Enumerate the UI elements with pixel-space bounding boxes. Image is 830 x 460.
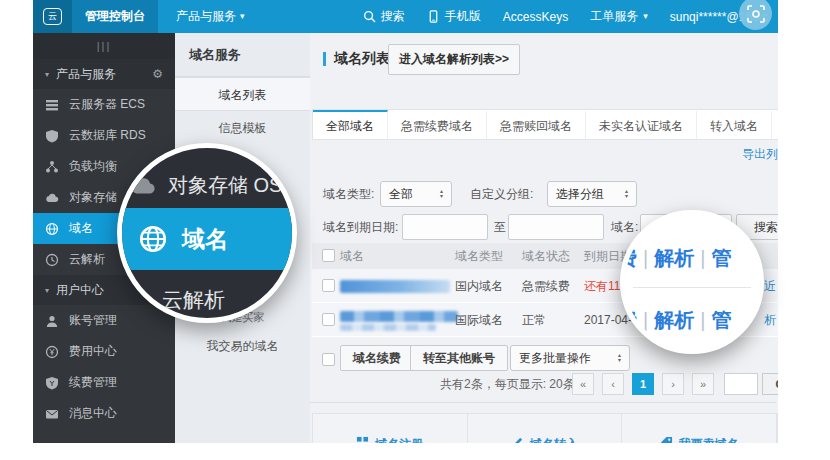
pagination-summary: 共有2条，每页显示: 20条	[440, 376, 575, 393]
pagination-page-input[interactable]	[724, 373, 758, 395]
load-balancer-nodes-icon	[45, 160, 59, 174]
nav-accesskeys[interactable]: AccessKeys	[503, 10, 568, 24]
globe-icon	[45, 222, 59, 236]
sidebar-item-rds[interactable]: 云数据库 RDS	[33, 120, 175, 151]
export-list-link[interactable]: 导出列表	[742, 146, 778, 163]
expiry-start-input[interactable]	[402, 214, 488, 240]
row-checkbox[interactable]	[322, 279, 335, 292]
register-grid-icon	[356, 436, 369, 443]
sidebar-item-renewal[interactable]: 续费管理	[33, 367, 175, 398]
custom-group-value: 选择分组	[556, 186, 604, 203]
sidebar-item-label: 续费管理	[69, 374, 117, 391]
sidebar-item-label: 云服务器 ECS	[69, 96, 145, 113]
pagination-page-1[interactable]: 1	[632, 373, 654, 395]
nav-tickets-menu[interactable]: 工单服务 ▾	[590, 8, 648, 25]
batch-renew-button[interactable]: 域名续费	[340, 345, 414, 371]
sidebar-collapse-handle[interactable]: |||	[33, 33, 175, 59]
col-header-type: 域名类型	[455, 243, 503, 269]
divider	[633, 287, 751, 288]
magnified-action-links-row1[interactable]: 费|解析|管	[620, 245, 764, 272]
globe-icon	[138, 224, 168, 254]
subsidebar-item-my-traded-domains[interactable]: 我交易的域名	[175, 329, 310, 363]
sidebar-item-ecs[interactable]: 云服务器 ECS	[33, 89, 175, 120]
magnified-action-links-row2[interactable]: 费|解析|管	[620, 307, 764, 334]
divider	[310, 402, 776, 403]
custom-group-select[interactable]: 选择分组 ▴▾	[547, 181, 637, 207]
footer-link-register-domain[interactable]: 域名注册	[313, 414, 468, 443]
chevron-down-icon: ▾	[45, 286, 49, 295]
magnifier-lens-actions: 费|解析|管 费|解析|管	[620, 210, 764, 354]
batch-transfer-button[interactable]: 转至其他账号	[410, 345, 508, 371]
nav-search[interactable]: 搜索	[363, 8, 405, 25]
server-list-icon	[45, 98, 59, 112]
expiry-end-input[interactable]	[508, 214, 604, 240]
magnified-item-domain[interactable]: 域名	[117, 208, 297, 270]
sidebar-item-label: 费用中心	[69, 343, 117, 360]
pagination-first-button[interactable]: «	[572, 373, 594, 395]
tab-transfer-in[interactable]: 转入域名	[697, 110, 772, 139]
sidebar-item-billing[interactable]: 费用中心	[33, 336, 175, 367]
batch-more-select[interactable]: 更多批量操作 ▴▾	[510, 345, 630, 371]
nav-products-menu[interactable]: 产品与服务 ▾	[158, 0, 263, 33]
nav-products-label: 产品与服务	[176, 8, 236, 25]
pencil-icon	[511, 436, 524, 443]
sidebar-section-products[interactable]: ▾ 产品与服务 ⚙	[33, 59, 175, 89]
subsidebar-item-info-template[interactable]: 信息模板	[175, 111, 310, 145]
magnified-item-dns: 云解析	[162, 286, 225, 314]
nav-search-label: 搜索	[381, 8, 405, 25]
pagination-prev-button[interactable]: ‹	[602, 373, 624, 395]
select-arrows-icon: ▴▾	[432, 189, 443, 199]
gear-icon[interactable]: ⚙	[152, 67, 163, 81]
pagination-go-button[interactable]: GO	[762, 373, 778, 395]
go-to-dns-list-button[interactable]: 进入域名解析列表>>	[388, 44, 520, 75]
nav-tickets-label: 工单服务	[590, 8, 638, 25]
row-checkbox[interactable]	[322, 313, 335, 326]
database-shield-icon	[45, 129, 59, 143]
video-frame: 云 管理控制台 产品与服务 ▾ 搜索 手机版 AccessKeys 工单服务	[0, 0, 830, 460]
sidebar-item-account[interactable]: 账号管理	[33, 305, 175, 336]
user-icon	[45, 314, 59, 328]
magnified-domain-label: 域名	[182, 224, 228, 255]
cloud-storage-icon	[45, 191, 59, 205]
page-title: 域名列表	[334, 50, 390, 68]
tab-urgent-redeem[interactable]: 急需赎回域名	[487, 110, 586, 139]
domain-name-redacted[interactable]	[340, 280, 450, 293]
footer-link-label: 域名转入	[530, 436, 578, 443]
col-header-domain: 域名	[340, 243, 364, 269]
aliyun-logo: 云	[33, 0, 72, 33]
magnified-item-oss: 对象存储 OS	[130, 172, 282, 199]
subsidebar-item-domain-list[interactable]: 域名列表	[175, 77, 310, 111]
batch-select-checkbox[interactable]	[322, 353, 335, 366]
dns-clock-icon	[45, 253, 59, 267]
footer-link-transfer-in[interactable]: 域名转入	[468, 414, 623, 443]
sidebar-item-messages[interactable]: 消息中心	[33, 398, 175, 429]
pagination-next-button[interactable]: ›	[662, 373, 684, 395]
cell-domain-status: 急需续费	[522, 269, 570, 303]
footer-quick-links: 域名注册 域名转入 我要卖域名	[312, 413, 778, 443]
sidebar-section-label: 产品与服务	[56, 66, 116, 83]
tab-unverified[interactable]: 未实名认证域名	[586, 110, 697, 139]
chevron-down-icon: ▾	[45, 70, 49, 79]
domain-type-select[interactable]: 全部 ▴▾	[380, 181, 452, 207]
select-all-checkbox[interactable]	[322, 249, 335, 262]
sidebar-item-label: 负载均衡	[69, 158, 117, 175]
domain-name-redacted[interactable]	[340, 311, 458, 322]
footer-link-label: 域名注册	[375, 436, 423, 443]
title-accent-bar	[323, 52, 326, 66]
row-actions-clipped[interactable]: 近 |	[764, 269, 778, 303]
tab-preregistered[interactable]: 预登记域名	[772, 110, 778, 139]
sidebar-item-label: 云数据库 RDS	[69, 127, 146, 144]
row-actions-clipped[interactable]: 析 |	[764, 303, 778, 337]
nav-mobile[interactable]: 手机版	[427, 8, 481, 25]
pagination-last-button[interactable]: »	[692, 373, 714, 395]
nav-console-home[interactable]: 管理控制台	[72, 0, 158, 33]
custom-group-label: 自定义分组:	[470, 181, 533, 207]
viewfinder-icon	[746, 4, 766, 24]
tab-urgent-renewal[interactable]: 急需续费域名	[388, 110, 487, 139]
cell-domain-status: 正常	[522, 303, 546, 337]
footer-link-sell-domain[interactable]: 我要卖域名	[622, 414, 777, 443]
select-arrows-icon: ▴▾	[617, 189, 628, 199]
cell-domain-type: 国际域名	[455, 303, 503, 337]
tab-all-domains[interactable]: 全部域名	[313, 110, 388, 139]
envelope-icon	[45, 407, 59, 421]
